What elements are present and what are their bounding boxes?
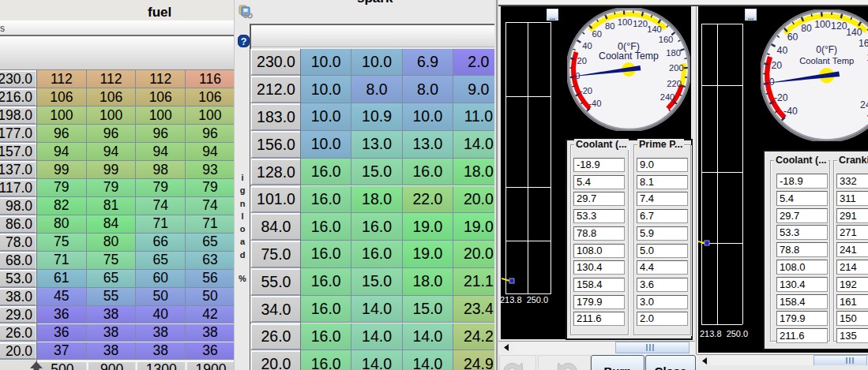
svg-text:0(°F): 0(°F) <box>817 43 838 54</box>
svg-text:80: 80 <box>802 23 813 34</box>
svg-text:40: 40 <box>777 44 788 55</box>
svg-text:Coolant Temp: Coolant Temp <box>599 50 659 62</box>
svg-text:100: 100 <box>618 17 633 26</box>
svg-text:160: 160 <box>659 35 674 44</box>
svg-text:200: 200 <box>669 63 684 73</box>
svg-text:-40: -40 <box>783 106 798 117</box>
svg-text:?: ? <box>241 36 247 47</box>
svg-text:240: 240 <box>660 92 675 102</box>
svg-text:120: 120 <box>633 18 648 28</box>
svg-text:140: 140 <box>847 27 863 38</box>
svg-text:-20: -20 <box>774 92 788 103</box>
svg-text:40: 40 <box>582 41 592 50</box>
svg-text:160: 160 <box>859 38 868 49</box>
svg-text:Coolant Temp: Coolant Temp <box>799 55 854 65</box>
svg-text:60: 60 <box>592 29 601 39</box>
svg-text:-40: -40 <box>588 98 601 107</box>
svg-text:80: 80 <box>605 21 614 30</box>
svg-text:180: 180 <box>666 48 681 58</box>
svg-text:120: 120 <box>831 20 847 31</box>
svg-text:220: 220 <box>667 78 682 88</box>
svg-text:20: 20 <box>772 60 783 71</box>
svg-text:100: 100 <box>815 19 832 30</box>
svg-text:240: 240 <box>860 99 868 110</box>
svg-text:20: 20 <box>577 55 587 65</box>
svg-text:140: 140 <box>647 24 662 34</box>
svg-text:60: 60 <box>787 32 798 43</box>
svg-text:-20: -20 <box>580 85 592 95</box>
